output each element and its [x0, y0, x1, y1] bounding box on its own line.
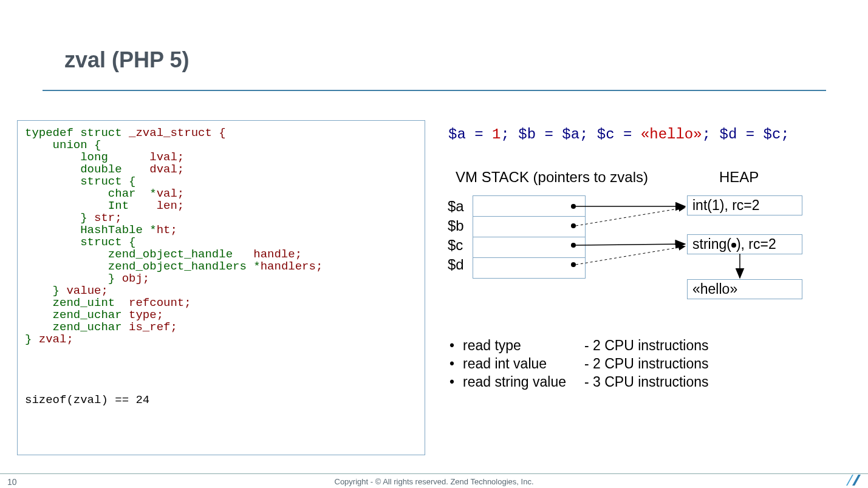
heap-int-box: int(1), rc=2 — [687, 195, 802, 215]
var-d: $d — [448, 256, 464, 273]
code-block: typedef struct _zval_struct { union { lo… — [17, 120, 425, 455]
pointer-dot-b — [571, 223, 576, 228]
copyright-text: Copyright - © All rights reserved. Zend … — [0, 477, 868, 486]
heap-string-box: string(), rc=2 — [687, 234, 802, 254]
svg-marker-6 — [852, 475, 861, 486]
title-underline — [43, 90, 826, 91]
heap-heading: HEAP — [719, 169, 759, 186]
var-c: $c — [448, 237, 463, 254]
slide-title: zval (PHP 5) — [64, 47, 189, 73]
svg-line-3 — [576, 246, 685, 265]
svg-line-2 — [576, 244, 685, 245]
heap-hello-box: «hello» — [687, 279, 802, 299]
footer-divider — [0, 473, 868, 474]
php-assignments: $a = 1; $b = $a; $c = «hello»; $d = $c; — [448, 126, 790, 143]
svg-line-1 — [576, 208, 685, 226]
pointer-dot-a — [571, 204, 576, 209]
pointer-dot-d — [571, 262, 576, 267]
cpu-instruction-list: •read type- 2 CPU instructions •read int… — [449, 336, 709, 391]
zend-logo-icon — [846, 475, 861, 486]
stack-table — [473, 195, 586, 279]
stack-heading: VM STACK (pointers to zvals) — [456, 169, 648, 186]
svg-marker-5 — [846, 475, 853, 486]
pointer-dot-c — [571, 243, 576, 248]
var-a: $a — [448, 198, 464, 215]
var-b: $b — [448, 217, 464, 234]
